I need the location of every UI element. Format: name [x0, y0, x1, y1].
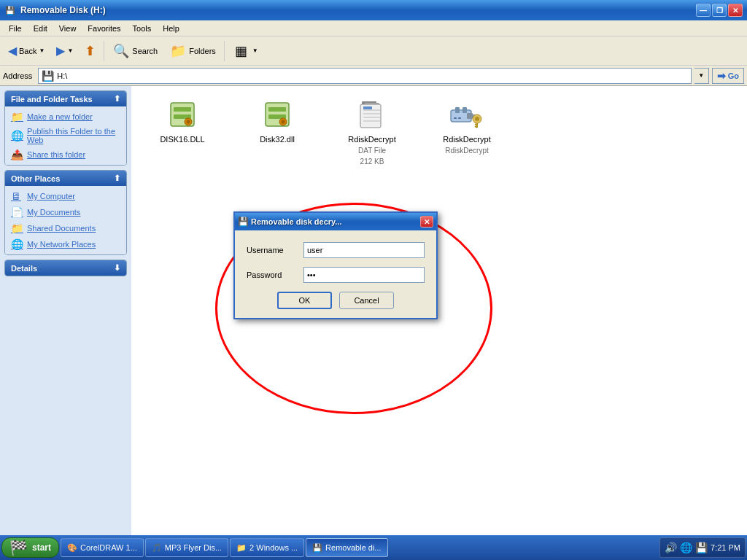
mp3-icon: 🎵 [152, 543, 162, 553]
network-places-link[interactable]: 🌐 My Network Places [11, 238, 120, 250]
drive-icon: 💾 [42, 70, 54, 82]
window-icon: 💾 [4, 4, 16, 16]
menu-help[interactable]: Help [157, 23, 185, 34]
file-item-rdiskdecrypt-dat[interactable]: RdiskDecrypt DAT File 212 KB [328, 93, 416, 169]
other-places-title: Other Places [11, 174, 60, 183]
taskbar: 🏁 start 🎨 CorelDRAW 1... 🎵 MP3 Flyer Dis… [0, 535, 747, 560]
dialog-icon: 💾 [238, 217, 248, 227]
search-button[interactable]: 🔍 Search [107, 39, 163, 63]
other-places-content: 🖥 My Computer 📄 My Documents 📁 Shared Do… [5, 186, 126, 254]
search-label: Search [132, 47, 158, 55]
file-item-disk32-dll[interactable]: Disk32.dll [233, 93, 321, 169]
other-places-section: Other Places ⬆ 🖥 My Computer 📄 My Docume… [4, 170, 127, 255]
forward-arrow-icon: ▶ [56, 44, 65, 58]
sidebar: File and Folder Tasks ⬆ 📁 Make a new fol… [0, 86, 131, 535]
file-item-rdiskdecrypt-exe[interactable]: RdiskDecrypt RdiskDecrypt [423, 93, 511, 169]
window-title: Removable Disk (H:) [20, 5, 692, 15]
login-dialog[interactable]: 💾 Removable disk decry... ✕ Username Pas… [233, 211, 438, 319]
file-name-disk16: DISK16.DLL [160, 135, 204, 144]
tray-icon-3: 💾 [695, 542, 708, 553]
new-folder-icon: 📁 [11, 111, 23, 122]
title-bar-buttons: — ❐ ✕ [696, 4, 743, 17]
make-new-folder-label: Make a new folder [27, 112, 93, 121]
my-computer-link[interactable]: 🖥 My Computer [11, 190, 120, 202]
file-folder-tasks-header[interactable]: File and Folder Tasks ⬆ [5, 91, 126, 106]
back-button[interactable]: ◀ Back ▼ [3, 41, 50, 61]
network-places-label: My Network Places [27, 240, 96, 249]
other-places-header[interactable]: Other Places ⬆ [5, 171, 126, 186]
menu-edit[interactable]: Edit [28, 23, 53, 34]
views-button[interactable]: ▦ ▼ [228, 39, 263, 63]
my-documents-link[interactable]: 📄 My Documents [11, 206, 120, 218]
svg-point-9 [282, 120, 285, 124]
clock: 7:21 PM [711, 543, 740, 552]
title-bar: 💾 Removable Disk (H:) — ❐ ✕ [0, 0, 747, 20]
file-subname-rdisk-dat: DAT File [358, 147, 386, 155]
coreldraw-icon: 🎨 [67, 543, 77, 553]
my-computer-label: My Computer [27, 192, 75, 201]
collapse-icon: ⬆ [114, 94, 120, 104]
dialog-buttons: OK Cancel [247, 292, 425, 309]
file-icon-disk16-dll [165, 97, 200, 132]
taskbar-item-removable[interactable]: 💾 Removable di... [306, 538, 387, 557]
menu-view[interactable]: View [53, 23, 82, 34]
address-go-button[interactable]: ➡ Go [712, 68, 744, 84]
menu-tools[interactable]: Tools [127, 23, 158, 34]
back-label: Back [19, 47, 36, 55]
dialog-title: Removable disk decry... [251, 217, 417, 226]
share-folder-link[interactable]: 📤 Share this folder [11, 149, 120, 160]
password-label: Password [247, 271, 298, 279]
go-arrow-icon: ➡ [717, 70, 726, 82]
svg-rect-28 [462, 107, 467, 113]
ok-button[interactable]: OK [277, 292, 332, 309]
menu-file[interactable]: File [3, 23, 28, 34]
other-places-collapse-icon: ⬆ [114, 174, 120, 183]
file-subname-rdisk-exe: RdiskDecrypt [445, 147, 488, 155]
minimize-button[interactable]: — [696, 4, 711, 17]
back-arrow-icon: ◀ [8, 44, 17, 58]
taskbar-item-mp3[interactable]: 🎵 MP3 Flyer Dis... [145, 538, 228, 557]
publish-folder-label: Publish this Folder to the Web [27, 127, 120, 144]
mp3-label: MP3 Flyer Dis... [165, 543, 222, 552]
address-input-wrap[interactable]: 💾 H:\ [38, 68, 691, 84]
file-name-rdisk-dat: RdiskDecrypt [348, 135, 395, 144]
file-size-rdisk-dat: 212 KB [360, 158, 384, 166]
folders-button[interactable]: 📁 Folders [164, 39, 221, 63]
start-label: start [32, 542, 51, 553]
my-documents-label: My Documents [27, 208, 80, 217]
taskbar-item-windows[interactable]: 📁 2 Windows ... [230, 538, 304, 557]
menu-favorites[interactable]: Favorites [82, 23, 126, 34]
address-dropdown-button[interactable]: ▼ [694, 68, 709, 84]
taskbar-item-coreldraw[interactable]: 🎨 CorelDRAW 1... [61, 538, 144, 557]
password-input[interactable] [303, 267, 425, 283]
shared-documents-link[interactable]: 📁 Shared Documents [11, 222, 120, 234]
menu-bar: File Edit View Favorites Tools Help [0, 20, 747, 36]
views-dropdown-icon: ▼ [252, 47, 258, 54]
publish-icon: 🌐 [11, 130, 23, 141]
make-new-folder-link[interactable]: 📁 Make a new folder [11, 111, 120, 122]
svg-rect-18 [363, 106, 372, 109]
restore-button[interactable]: ❐ [712, 4, 727, 17]
username-input[interactable] [303, 242, 425, 258]
windows-icon: 📁 [236, 543, 247, 553]
details-section: Details ⬇ [4, 260, 127, 276]
shared-documents-label: Shared Documents [27, 224, 96, 233]
username-field: Username [247, 242, 425, 258]
file-item-disk16-dll[interactable]: DISK16.DLL [139, 93, 226, 169]
start-button[interactable]: 🏁 start [1, 537, 59, 558]
dialog-close-button[interactable]: ✕ [420, 216, 433, 228]
svg-rect-29 [454, 117, 457, 119]
details-header[interactable]: Details ⬇ [5, 260, 126, 276]
taskbar-tray: 🔊 🌐 💾 7:21 PM [659, 537, 746, 558]
up-button[interactable]: ⬆ [80, 40, 101, 62]
svg-point-4 [187, 120, 190, 124]
cancel-button[interactable]: Cancel [339, 292, 394, 309]
toolbar-separator-1 [104, 41, 104, 61]
close-button[interactable]: ✕ [728, 4, 743, 17]
publish-folder-link[interactable]: 🌐 Publish this Folder to the Web [11, 127, 120, 144]
svg-rect-27 [455, 107, 460, 113]
windows-label: 2 Windows ... [249, 543, 298, 552]
forward-button[interactable]: ▶ ▼ [51, 41, 78, 61]
views-icon: ▦ [233, 42, 250, 60]
file-name-disk32: Disk32.dll [260, 135, 295, 144]
